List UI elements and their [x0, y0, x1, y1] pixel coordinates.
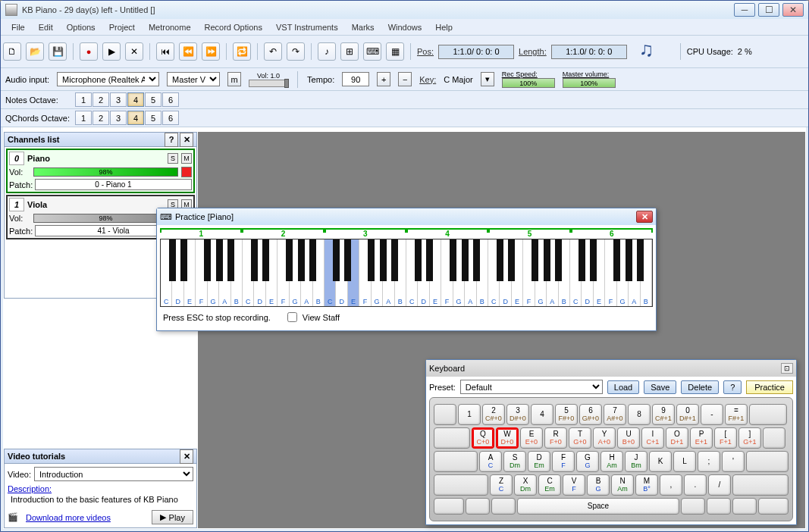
m-button[interactable]: m — [227, 72, 241, 86]
kbd-save-button[interactable]: Save — [644, 380, 676, 394]
piano-keyboard[interactable]: CDEFGABCDEFGABCDEFGABCDEFGABCDEFGABCDEFG… — [160, 239, 653, 307]
black-key[interactable] — [344, 239, 351, 281]
keyboard-key[interactable]: 1 — [458, 404, 481, 425]
keyboard-space-key[interactable]: Space — [517, 498, 679, 515]
black-key[interactable] — [579, 239, 585, 281]
download-videos-link[interactable]: Download more videos — [26, 513, 111, 522]
qchords-oct-btn-1[interactable]: 1 — [75, 111, 92, 125]
keyboard-key[interactable]: JBm — [625, 451, 648, 472]
black-key[interactable] — [298, 239, 305, 281]
tutorials-video-select[interactable]: Introduction — [34, 467, 193, 481]
master-select[interactable]: Master Vo — [167, 72, 220, 86]
keyboard-key[interactable]: YA+0 — [593, 427, 616, 449]
keyboard-key[interactable]: ]G+1 — [738, 427, 761, 449]
keyboard-key[interactable]: 9C#+1 — [652, 404, 675, 425]
menu-windows[interactable]: Windows — [382, 21, 428, 33]
menu-record-options[interactable]: Record Options — [199, 21, 268, 33]
record-button[interactable]: ● — [80, 42, 98, 61]
stop-button[interactable]: ✕ — [125, 42, 143, 61]
mixer-button[interactable]: ⊞ — [340, 42, 359, 61]
qchords-oct-btn-2[interactable]: 2 — [93, 111, 109, 125]
loop-button[interactable]: 🔁 — [233, 42, 251, 61]
keyboard-key[interactable]: - — [701, 404, 723, 425]
close-button[interactable]: ✕ — [782, 3, 804, 17]
keyboard-key[interactable]: NAm — [611, 474, 634, 496]
keyboard-key[interactable]: K — [649, 451, 672, 472]
tempo-minus[interactable]: − — [398, 72, 412, 86]
qchords-oct-btn-5[interactable]: 5 — [145, 111, 161, 125]
load-button[interactable]: Load — [607, 380, 639, 394]
practice-close-button[interactable]: ✕ — [636, 211, 653, 223]
black-key[interactable] — [391, 239, 398, 281]
keyboard-key[interactable]: AC — [479, 451, 502, 472]
tutorials-play-button[interactable]: ▶ Play — [152, 510, 193, 524]
preset-select[interactable]: Default — [460, 380, 603, 394]
open-button[interactable]: 📂 — [26, 42, 44, 61]
keyboard-window[interactable]: Keyboard ⊡ Preset: Default Load Save Del… — [425, 359, 797, 525]
keyboard-view-button[interactable]: ▦ — [386, 42, 404, 61]
menu-project[interactable]: Project — [103, 21, 141, 33]
menu-edit[interactable]: Edit — [33, 21, 59, 33]
start-button[interactable]: ⏮ — [156, 42, 174, 61]
black-key[interactable] — [544, 239, 550, 281]
black-key[interactable] — [450, 239, 456, 281]
new-button[interactable]: 🗋 — [3, 42, 21, 61]
keyboard-key[interactable]: 6G#+0 — [579, 404, 602, 425]
black-key[interactable] — [508, 239, 515, 281]
tempo-plus[interactable]: + — [377, 72, 390, 86]
vol-slider[interactable] — [249, 80, 288, 87]
keyboard-key[interactable]: ' — [722, 451, 745, 472]
keyboard-key[interactable]: . — [684, 474, 707, 496]
black-key[interactable] — [497, 239, 503, 281]
keyboard-key[interactable]: =F#+1 — [725, 404, 748, 425]
view-staff-check[interactable]: View Staff — [284, 310, 340, 324]
black-key[interactable] — [590, 239, 597, 281]
keyboard-key[interactable]: 8 — [628, 404, 651, 425]
undo-button[interactable]: ↶ — [264, 42, 282, 61]
notes-oct-btn-2[interactable]: 2 — [93, 92, 109, 107]
keyboard-key[interactable]: OD+1 — [666, 427, 688, 449]
keyboard-key[interactable]: CEm — [538, 474, 561, 496]
black-key[interactable] — [380, 239, 387, 281]
notes-oct-btn-3[interactable]: 3 — [110, 92, 127, 107]
black-key[interactable] — [555, 239, 562, 281]
notes-oct-btn-5[interactable]: 5 — [145, 92, 161, 107]
tutorials-close-button[interactable]: ✕ — [180, 449, 193, 464]
black-key[interactable] — [227, 239, 234, 281]
black-key[interactable] — [333, 239, 340, 281]
qchords-oct-btn-3[interactable]: 3 — [110, 111, 127, 125]
menu-options[interactable]: Options — [61, 21, 102, 33]
keyboard-key[interactable]: ZC — [490, 474, 513, 496]
keyboard-key[interactable]: , — [660, 474, 682, 496]
keyboard-key[interactable]: 5F#+0 — [555, 404, 578, 425]
black-key[interactable] — [637, 239, 644, 281]
black-key[interactable] — [216, 239, 223, 281]
keyboard-key[interactable]: GG — [576, 451, 599, 472]
keyboard-key[interactable]: ; — [698, 451, 720, 472]
metronome-button[interactable]: ♪ — [318, 42, 336, 61]
black-key[interactable] — [626, 239, 632, 281]
practice-button[interactable]: Practice — [746, 380, 793, 394]
black-key[interactable] — [462, 239, 469, 281]
black-key[interactable] — [426, 239, 433, 281]
maximize-button[interactable]: ☐ — [758, 3, 779, 17]
black-key[interactable] — [180, 239, 187, 281]
black-key[interactable] — [531, 239, 538, 281]
black-key[interactable] — [415, 239, 422, 281]
audio-input-select[interactable]: Microphone (Realtek AC — [57, 72, 159, 86]
help-button[interactable]: ? — [723, 380, 742, 394]
keyboard-key[interactable]: EE+0 — [520, 427, 543, 449]
keyboard-key[interactable]: L — [673, 451, 696, 472]
keyboard-key[interactable]: 7A#+0 — [604, 404, 626, 425]
black-key[interactable] — [262, 239, 269, 281]
notes-oct-btn-1[interactable]: 1 — [75, 92, 92, 107]
keyboard-key[interactable]: UB+0 — [617, 427, 640, 449]
save-button[interactable]: 💾 — [49, 42, 67, 61]
keyboard-key[interactable]: FF — [552, 451, 575, 472]
channels-help-button[interactable]: ? — [165, 133, 178, 147]
black-key[interactable] — [169, 239, 176, 281]
keyboard-key[interactable]: MB° — [635, 474, 658, 496]
keyboard-key[interactable]: PE+1 — [690, 427, 713, 449]
keyboard-key[interactable]: 0D#+1 — [676, 404, 699, 425]
black-key[interactable] — [473, 239, 480, 281]
